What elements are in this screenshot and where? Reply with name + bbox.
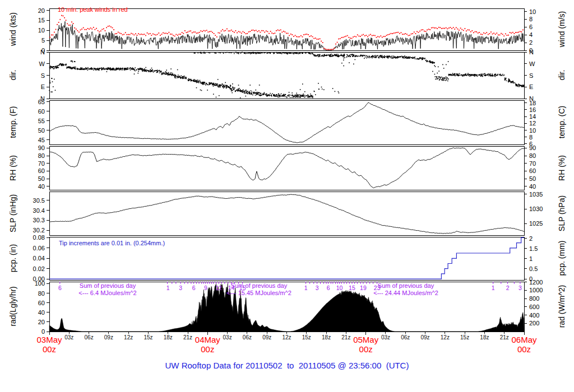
ytick-pcp: 2 xyxy=(529,235,533,242)
hour-label: 03z xyxy=(381,334,390,340)
ytick-rad: 800 xyxy=(529,295,539,302)
ytick-dir: W xyxy=(39,60,45,67)
ytick-dir: E xyxy=(41,83,45,90)
ytick-rad: 400 xyxy=(529,312,539,319)
rad-mj-label: 2 xyxy=(506,284,510,291)
plot-title: UW Rooftop Data for 20110502 to 20110505… xyxy=(0,361,574,370)
rad-mj-label: 3 xyxy=(519,284,522,291)
date-label-00z: 00z xyxy=(359,344,373,354)
ytick-rad: 0 xyxy=(41,328,45,335)
ytick-pcp: 0.08 xyxy=(33,234,45,241)
ytick-wind: 15 xyxy=(38,17,45,24)
ytick-wind: 20 xyxy=(38,7,45,14)
hour-label: 21z xyxy=(341,334,350,340)
hour-label: 15z xyxy=(302,334,311,340)
ytick-wind: 8 xyxy=(529,16,533,22)
panel-temp: 4550556065681012141618 xyxy=(38,99,536,147)
wind-peak-note: 10 min. peak winds in red xyxy=(58,6,128,13)
ytick-rad: 600 xyxy=(529,304,539,310)
hour-label: 21z xyxy=(500,334,509,340)
date-label: 04May xyxy=(195,335,221,344)
rad-sum-note-1-line1: Sum of previous day xyxy=(35,282,180,290)
ytick-wind: 5 xyxy=(41,37,45,44)
rad-sum-note-1: Sum of previous day <--- 6.4 MJoules/m^2 xyxy=(35,282,180,296)
ytick-rh: 80 xyxy=(529,152,536,159)
ytick-slp: 1030 xyxy=(529,206,543,212)
slp-series xyxy=(49,194,524,234)
hour-label: 12z xyxy=(124,334,133,340)
ylabel-rad-left: rad(Lgly/hr) xyxy=(7,262,18,351)
ytick-wind: 4 xyxy=(529,31,533,38)
ytick-rad: 40 xyxy=(38,309,45,316)
ytick-rad: 60 xyxy=(38,300,45,306)
hour-label: 06z xyxy=(243,334,252,340)
ytick-rh: 60 xyxy=(529,167,536,174)
hour-label: 09z xyxy=(262,334,271,340)
ytick-temp: 16 xyxy=(529,106,536,113)
ytick-slp: 30.3 xyxy=(33,217,45,223)
hour-label: 15z xyxy=(144,334,152,340)
rh-series xyxy=(49,148,524,188)
rad-sum-note-3-line1: Sum of previous day xyxy=(333,282,479,290)
hour-label: 09z xyxy=(104,334,113,340)
ytick-rad: 1000 xyxy=(529,287,543,293)
date-label: 03May xyxy=(36,335,62,344)
ytick-pcp: 0.5 xyxy=(529,265,538,272)
ytick-temp: 65 xyxy=(38,99,45,105)
hour-label: 21z xyxy=(183,334,192,340)
ytick-rh: 80 xyxy=(38,152,45,159)
ytick-rh: 70 xyxy=(529,160,536,167)
hour-label: 12z xyxy=(441,334,450,340)
rad-sum-note-1-line2: <--- 6.4 MJoules/m^2 xyxy=(35,290,180,297)
date-label-00z: 00z xyxy=(201,344,214,354)
dir-scatter xyxy=(49,52,524,98)
date-label-00z: 00z xyxy=(43,344,56,354)
ytick-slp: 30.4 xyxy=(33,207,45,214)
ytick-temp: 55 xyxy=(38,118,45,124)
date-label: 06May xyxy=(511,335,537,344)
ytick-dir: N xyxy=(40,49,45,55)
ytick-temp: 45 xyxy=(38,137,45,143)
ytick-wind: 10 xyxy=(38,27,45,34)
panel-rh: 405060708090405060708090 xyxy=(38,144,536,190)
hour-label: 03z xyxy=(64,334,73,340)
ytick-dir: W xyxy=(529,60,535,67)
rad-sum-note-3-line2: <--- 24.44 MJoules/m^2 xyxy=(333,290,479,297)
ytick-pcp: 1 xyxy=(529,255,533,262)
ytick-temp: 60 xyxy=(38,108,45,115)
wind-series xyxy=(49,21,524,50)
ytick-pcp: 0.06 xyxy=(33,245,45,251)
ytick-dir: S xyxy=(529,72,533,79)
ytick-pcp: 0.02 xyxy=(33,265,45,272)
temp-series xyxy=(49,102,524,143)
ytick-rad: 1200 xyxy=(529,279,543,286)
date-label: 05May xyxy=(353,335,379,344)
ytick-slp: 1025 xyxy=(529,220,543,227)
hour-label: 18z xyxy=(164,334,173,340)
ytick-rh: 50 xyxy=(38,175,45,182)
ylabel-rad-right: rad (W/m^2) xyxy=(556,262,567,351)
hour-label: 18z xyxy=(480,334,489,340)
ytick-slp: 1035 xyxy=(529,191,543,198)
chart-svg: 051015200246810NESWNNESWN455055606568101… xyxy=(0,0,574,392)
ytick-rh: 40 xyxy=(38,183,45,190)
ytick-temp: 12 xyxy=(529,120,536,127)
hour-label: 03z xyxy=(223,334,232,340)
rad-sum-note-2-line2: <--- 15.45 MJoules/m^2 xyxy=(186,290,332,297)
hour-label: 09z xyxy=(420,334,429,340)
ytick-rh: 40 xyxy=(529,183,536,190)
ytick-dir: E xyxy=(529,83,533,90)
date-label-00z: 00z xyxy=(517,344,531,354)
hour-label: 18z xyxy=(322,334,331,340)
ytick-temp: 10 xyxy=(529,127,536,134)
ytick-rh: 90 xyxy=(38,144,45,151)
ytick-rh: 70 xyxy=(38,160,45,167)
ytick-wind: 2 xyxy=(529,39,533,46)
ytick-wind: 10 xyxy=(529,8,536,15)
x-axis-labels: 03z06z09z12z15z18z21z03z06z09z12z15z18z2… xyxy=(36,332,537,354)
ytick-temp: 18 xyxy=(529,100,536,106)
ytick-wind: 6 xyxy=(529,24,533,30)
rad-sum-note-3: Sum of previous day <--- 24.44 MJoules/m… xyxy=(333,282,479,296)
rad-sum-note-2: Sum of previous day <--- 15.45 MJoules/m… xyxy=(186,282,332,296)
hour-label: 15z xyxy=(460,334,469,340)
